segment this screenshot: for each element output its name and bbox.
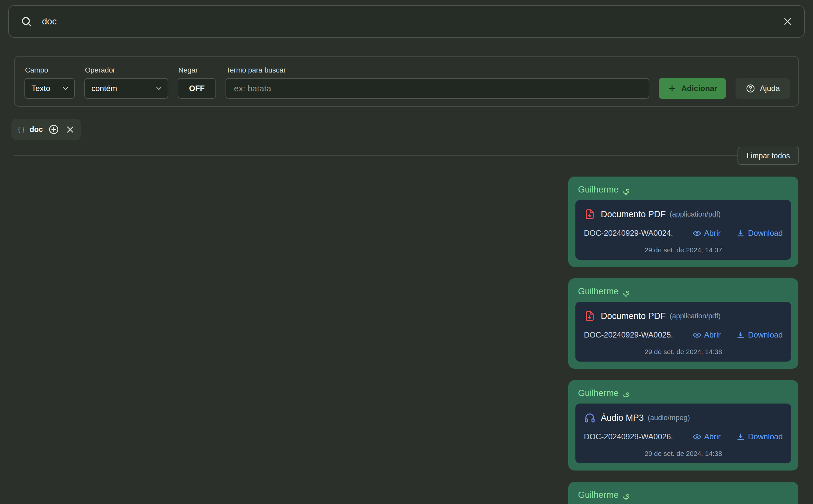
sender-suffix: ي bbox=[623, 490, 630, 500]
negar-toggle[interactable]: OFF bbox=[178, 78, 216, 99]
headphones-icon bbox=[584, 412, 595, 424]
message-results: Guilherme ي Documento PDF (application/p… bbox=[568, 177, 798, 504]
attachment-title-row: Documento PDF (application/pdf) bbox=[584, 310, 783, 322]
attachment-title-row: Documento PDF (application/pdf) bbox=[584, 208, 783, 220]
download-icon bbox=[736, 229, 745, 238]
operador-select[interactable]: contém bbox=[84, 78, 168, 99]
search-input[interactable] bbox=[41, 16, 774, 27]
search-icon bbox=[20, 16, 32, 27]
sender-suffix: ي bbox=[623, 286, 630, 297]
eye-icon bbox=[693, 331, 701, 339]
file-mime: (application/pdf) bbox=[670, 210, 721, 219]
chip-label: doc bbox=[30, 125, 43, 134]
message-timestamp: 29 de set. de 2024, 14:38 bbox=[584, 348, 783, 356]
message-header: Guilherme ي bbox=[578, 490, 791, 500]
message-timestamp: 29 de set. de 2024, 14:37 bbox=[584, 246, 783, 254]
sender-name: Guilherme bbox=[578, 490, 619, 500]
ajuda-button-label: Ajuda bbox=[760, 84, 780, 93]
operador-field-group: Operador contém bbox=[84, 66, 168, 99]
termo-field-group: Termo para buscar bbox=[226, 66, 649, 99]
chevron-down-icon bbox=[61, 84, 70, 93]
termo-label: Termo para buscar bbox=[226, 66, 649, 74]
message-header: Guilherme ي bbox=[578, 388, 791, 398]
file-title: Documento PDF bbox=[601, 209, 666, 219]
divider bbox=[14, 155, 799, 156]
search-bar bbox=[8, 5, 805, 38]
campo-selected-value: Texto bbox=[32, 84, 50, 93]
sender-name: Guilherme bbox=[578, 286, 619, 297]
operador-label: Operador bbox=[84, 66, 168, 74]
chevron-down-icon bbox=[154, 84, 163, 93]
filter-panel: Campo Texto Operador contém Negar OFF Te… bbox=[14, 56, 799, 107]
campo-label: Campo bbox=[24, 66, 75, 74]
sender-name: Guilherme bbox=[578, 185, 619, 195]
adicionar-button-label: Adicionar bbox=[681, 84, 717, 93]
attachment-card: Documento PDF (application/pdf) DOC-2024… bbox=[575, 200, 791, 260]
file-mime: (application/pdf) bbox=[670, 312, 721, 320]
download-link[interactable]: Download bbox=[736, 432, 783, 441]
file-name: DOC-20240929-WA0026. bbox=[584, 432, 693, 441]
adicionar-button[interactable]: Adicionar bbox=[659, 78, 726, 99]
message-header: Guilherme ي bbox=[578, 184, 791, 195]
sender-suffix: ي bbox=[623, 184, 630, 195]
negar-label: Negar bbox=[178, 66, 216, 74]
abrir-link[interactable]: Abrir bbox=[693, 229, 721, 238]
file-name: DOC-20240929-WA0025. bbox=[584, 330, 693, 339]
negar-toggle-value: OFF bbox=[189, 84, 205, 93]
termo-input[interactable] bbox=[226, 78, 649, 99]
filter-chip: { } doc bbox=[11, 119, 81, 140]
sender-suffix: ي bbox=[623, 388, 630, 398]
pdf-file-icon bbox=[584, 310, 595, 322]
abrir-link[interactable]: Abrir bbox=[693, 432, 721, 441]
help-circle-icon bbox=[746, 84, 755, 93]
download-icon bbox=[736, 331, 745, 339]
search-clear-icon[interactable] bbox=[783, 17, 793, 26]
download-link-label: Download bbox=[748, 330, 783, 339]
message-card: Guilherme ي bbox=[568, 482, 798, 504]
attachment-card: Documento PDF (application/pdf) DOC-2024… bbox=[575, 302, 791, 362]
message-header: Guilherme ي bbox=[578, 286, 791, 297]
message-card: Guilherme ي Áudio MP3 (audio/mpeg) DOC-2… bbox=[568, 380, 798, 471]
campo-select[interactable]: Texto bbox=[24, 78, 75, 99]
file-mime: (audio/mpeg) bbox=[648, 414, 690, 422]
attachment-actions-row: DOC-20240929-WA0025. Abrir Download bbox=[584, 330, 783, 339]
abrir-link[interactable]: Abrir bbox=[693, 330, 721, 339]
download-link-label: Download bbox=[748, 432, 783, 441]
campo-field-group: Campo Texto bbox=[24, 66, 75, 99]
limpar-todos-button[interactable]: Limpar todos bbox=[738, 147, 799, 165]
file-name: DOC-20240929-WA0024. bbox=[584, 229, 693, 238]
chip-braces: { } bbox=[18, 126, 24, 133]
file-title: Áudio MP3 bbox=[601, 413, 644, 423]
attachment-actions-row: DOC-20240929-WA0026. Abrir Download bbox=[584, 432, 783, 441]
operador-selected-value: contém bbox=[91, 84, 117, 93]
eye-icon bbox=[693, 432, 701, 441]
attachment-actions-row: DOC-20240929-WA0024. Abrir Download bbox=[584, 229, 783, 238]
abrir-link-label: Abrir bbox=[704, 229, 721, 238]
sender-name: Guilherme bbox=[578, 388, 619, 398]
ajuda-button[interactable]: Ajuda bbox=[736, 78, 790, 99]
chip-remove-icon[interactable] bbox=[66, 125, 74, 134]
eye-icon bbox=[693, 229, 701, 238]
download-link[interactable]: Download bbox=[736, 330, 783, 339]
message-card: Guilherme ي Documento PDF (application/p… bbox=[568, 177, 798, 267]
pdf-file-icon bbox=[584, 208, 595, 220]
message-card: Guilherme ي Documento PDF (application/p… bbox=[568, 278, 798, 369]
download-link[interactable]: Download bbox=[736, 229, 783, 238]
results-toolbar: Limpar todos bbox=[14, 147, 799, 165]
file-title: Documento PDF bbox=[601, 311, 666, 321]
attachment-title-row: Áudio MP3 (audio/mpeg) bbox=[584, 412, 783, 424]
plus-icon bbox=[668, 84, 677, 93]
download-link-label: Download bbox=[748, 229, 783, 238]
negar-field-group: Negar OFF bbox=[178, 66, 216, 99]
attachment-card: Áudio MP3 (audio/mpeg) DOC-20240929-WA00… bbox=[575, 404, 791, 463]
chip-add-icon[interactable] bbox=[48, 124, 59, 135]
abrir-link-label: Abrir bbox=[704, 432, 721, 441]
message-timestamp: 29 de set. de 2024, 14:38 bbox=[584, 450, 783, 458]
abrir-link-label: Abrir bbox=[704, 330, 721, 339]
download-icon bbox=[736, 432, 745, 441]
